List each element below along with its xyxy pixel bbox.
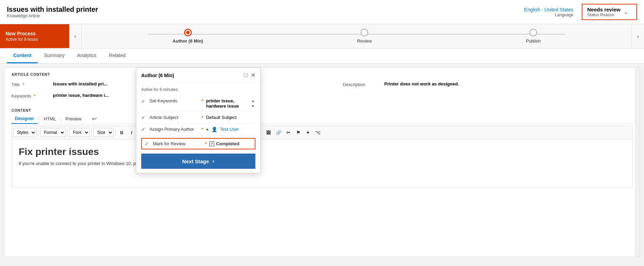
language-link[interactable]: English - United States: [524, 7, 573, 12]
scroll-up-button[interactable]: ▲: [251, 98, 255, 103]
required-star-author: *: [201, 127, 203, 132]
tab-summary[interactable]: Summary: [38, 48, 71, 63]
stage-label-review: Review: [357, 38, 372, 44]
chevron-left-button[interactable]: ‹: [69, 24, 82, 48]
check-icon-keywords: ✓: [141, 99, 147, 104]
status-info: Needs review Status Reason: [587, 7, 620, 17]
flag-button[interactable]: ⚑: [294, 128, 303, 137]
chevron-down-icon: ⌄: [624, 9, 628, 15]
popup-body: Active for 6 minutes ✓ Set Keywords * pr…: [136, 82, 260, 173]
article-title: Issues with installed printer: [7, 6, 98, 13]
header: Issues with installed printer Knowledge …: [0, 0, 644, 24]
main-content: ARTICLE CONTENT Title * Issues with inst…: [4, 67, 640, 257]
keywords-group: Keywords * printer issue, hardware i...: [11, 93, 633, 99]
format-select[interactable]: Format: [40, 128, 65, 137]
completed-value: ✓ Completed: [209, 141, 239, 146]
editor-tab-preview[interactable]: Preview: [62, 114, 85, 123]
popup-label-subject: Article Subject: [149, 115, 198, 120]
content-section-header: CONTENT: [11, 105, 633, 114]
right-scrollbar[interactable]: [635, 67, 640, 257]
popup-expand-button[interactable]: □: [244, 72, 247, 79]
link-button[interactable]: 🔗: [274, 128, 283, 137]
editor-tab-sep-2: |: [60, 116, 62, 122]
stages-container: Author (6 Min) Review Publish: [82, 24, 632, 48]
article-type: Knowledge Article: [7, 13, 98, 18]
image-button[interactable]: 🖼: [264, 128, 273, 137]
tab-content[interactable]: Content: [7, 48, 38, 63]
popup-value-author[interactable]: Test User: [220, 127, 255, 132]
styles-select[interactable]: Styles: [13, 128, 36, 137]
user-icon: 👤: [211, 127, 217, 132]
required-star-subject: *: [201, 115, 203, 120]
next-stage-button[interactable]: Next Stage ›: [141, 154, 255, 169]
language-label: Language: [555, 12, 573, 17]
status-value: Needs review: [587, 7, 620, 12]
stage-review[interactable]: Review: [357, 29, 372, 44]
tabs-bar: Content Summary Analytics Related: [0, 48, 644, 64]
header-left: Issues with installed printer Knowledge …: [7, 6, 98, 18]
popup-row-author: ✓ Assign Primary Author * ● 👤 Test User: [141, 123, 255, 135]
chevron-right-button[interactable]: ›: [632, 24, 644, 48]
new-process-title: New Process: [6, 31, 64, 36]
new-process-subtitle: Active for 9 hours: [6, 37, 64, 42]
description-group: Description Printer does not work as des…: [343, 81, 633, 87]
bold-button[interactable]: B: [117, 128, 126, 137]
stages-line: [148, 34, 566, 35]
description-value: Printer does not work as designed.: [384, 81, 633, 86]
sep3: [91, 129, 92, 136]
stage-circle-author: [184, 29, 192, 36]
sep2: [67, 129, 67, 136]
process-bar: New Process Active for 9 hours ‹ Author …: [0, 24, 644, 48]
editor-content[interactable]: Fix printer issues If you're unable to c…: [11, 139, 633, 187]
title-row: Title * Issues with installed pri... Des…: [4, 79, 640, 90]
check-icon-subject: ✓: [141, 115, 147, 120]
special-char-button[interactable]: ✦: [303, 128, 312, 137]
content-section: CONTENT Designer | HTML | Preview ↩ Styl…: [4, 101, 640, 187]
green-dot-icon: ●: [206, 127, 208, 132]
next-chevron-icon: ›: [212, 158, 214, 164]
undo-button[interactable]: ↩: [92, 116, 97, 122]
completed-text: Completed: [216, 141, 239, 146]
tab-related[interactable]: Related: [103, 48, 132, 63]
keywords-label: Keywords *: [11, 93, 53, 99]
popup-label-author: Assign Primary Author: [149, 127, 198, 132]
header-right: English - United States Language Needs r…: [524, 4, 637, 20]
sep4: [115, 129, 116, 136]
popup-row-review-highlighted: ✓ Mark for Review * ✓ Completed: [141, 138, 255, 149]
popup-value-keywords: printer issue, hardware issue: [206, 98, 251, 109]
editor-body[interactable]: If you're unable to connect to your prin…: [19, 161, 625, 166]
next-stage-label: Next Stage: [182, 158, 209, 164]
keywords-row: Keywords * printer issue, hardware i...: [4, 90, 640, 101]
size-select[interactable]: Size: [93, 128, 114, 137]
checkbox-icon[interactable]: ✓: [209, 141, 214, 146]
editor-tab-sep-1: |: [38, 116, 40, 122]
stage-author[interactable]: Author (6 Min): [173, 29, 203, 44]
editor-tab-designer[interactable]: Designer: [11, 114, 38, 124]
scroll-down-button[interactable]: ▼: [251, 103, 255, 109]
editor-tabs: Designer | HTML | Preview ↩: [11, 114, 633, 124]
font-select[interactable]: Font: [69, 128, 90, 137]
title-required-star: *: [22, 82, 24, 87]
title-label: Title *: [11, 81, 53, 87]
stage-publish[interactable]: Publish: [526, 29, 541, 44]
unlink-button[interactable]: ✂: [284, 128, 293, 137]
status-section[interactable]: Needs review Status Reason ⌄: [582, 4, 637, 20]
italic-button[interactable]: I: [127, 128, 136, 137]
popup-close-button[interactable]: ✕: [251, 72, 255, 79]
popup-row-subject: ✓ Article Subject * Default Subject: [141, 112, 255, 123]
popup-value-subject: Default Subject: [206, 115, 255, 120]
stage-label-publish: Publish: [526, 38, 541, 44]
sep1: [38, 129, 38, 136]
popup-header: Author (6 Min) □ ✕: [136, 68, 260, 82]
editor-tab-html[interactable]: HTML: [40, 114, 59, 123]
tab-analytics[interactable]: Analytics: [71, 48, 103, 63]
popup-active-label: Active for 6 minutes: [141, 86, 255, 95]
description-label: Description: [343, 81, 384, 87]
source-button[interactable]: ⌥: [313, 128, 323, 137]
language-section[interactable]: English - United States Language: [524, 7, 573, 17]
required-star-review: *: [205, 141, 207, 147]
popup-label-review: Mark for Review: [153, 141, 201, 146]
check-icon-review: ✓: [145, 141, 150, 147]
stage-circle-publish: [529, 29, 537, 36]
popup-label-keywords: Set Keywords: [149, 98, 198, 103]
